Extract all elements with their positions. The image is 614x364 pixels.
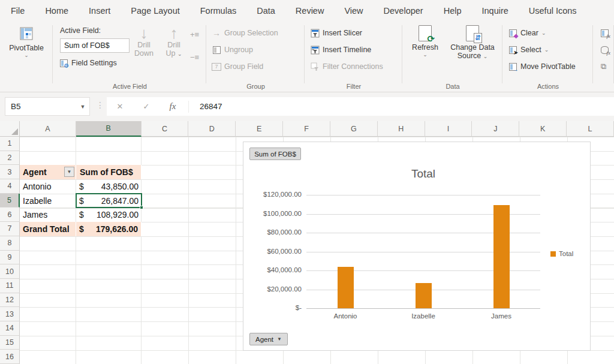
tab-review[interactable]: Review <box>296 6 324 16</box>
select-icon: ➤ <box>508 45 517 55</box>
column-header-H[interactable]: H <box>378 121 425 137</box>
collapse-field-icon: −≡ <box>190 53 199 62</box>
row-header-5[interactable]: 5 <box>0 194 20 208</box>
change-data-source-button[interactable]: ⇵ Change Data Source ⌄ <box>446 25 499 60</box>
clear-button[interactable]: ◆ Clear⌄ <box>508 26 546 40</box>
row-header-8[interactable]: 8 <box>0 236 20 251</box>
column-header-F[interactable]: F <box>283 121 330 137</box>
refresh-button[interactable]: ⟳ Refresh ⌄ <box>407 25 444 58</box>
column-header-K[interactable]: K <box>519 121 567 137</box>
ungroup-button: Ungroup <box>212 43 253 56</box>
pivot-header-value[interactable]: Sum of FOB$ <box>76 165 142 179</box>
pivot-grand-total-label[interactable]: Grand Total <box>20 222 76 236</box>
bar-james[interactable] <box>493 205 510 308</box>
tab-view[interactable]: View <box>344 6 363 16</box>
column-header-L[interactable]: L <box>567 121 614 137</box>
row-header-12[interactable]: 12 <box>0 293 20 308</box>
row-header-16[interactable]: 16 <box>0 350 20 364</box>
ribbon: PivotTable ⌄ . Active Field: Sum of FOB$… <box>0 22 614 92</box>
x-axis-category-label: Antonio <box>306 312 384 320</box>
pivot-grand-total-value[interactable]: $179,626.00 <box>76 222 142 236</box>
field-settings-icon: ⚙ <box>59 58 68 68</box>
move-pivottable-button[interactable]: → Move PivotTable <box>508 60 576 73</box>
row-headers: 12345678910111213141516 <box>0 137 20 364</box>
active-field-input[interactable]: Sum of FOB$ <box>60 38 130 53</box>
column-header-G[interactable]: G <box>330 121 378 137</box>
tab-developer[interactable]: Developer <box>384 6 423 16</box>
bar-antonio[interactable] <box>338 267 354 308</box>
pivot-header-agent[interactable]: Agent ▼ <box>20 165 76 179</box>
insert-slicer-button[interactable]: Insert Slicer <box>310 26 362 40</box>
chart-legend[interactable]: Total <box>550 250 573 257</box>
ribbon-group-actions: ◆ Clear⌄ ➤ Select⌄ → Move PivotTable Act… <box>503 22 593 92</box>
chevron-down-icon[interactable]: ▼ <box>76 104 89 110</box>
row-header-4[interactable]: 4 <box>0 179 20 194</box>
gridline <box>236 137 236 364</box>
tab-inquire[interactable]: Inquire <box>481 6 508 16</box>
group-label-filter: Filter <box>305 83 402 90</box>
chart-axis-field-button[interactable]: Agent ▼ <box>249 333 288 345</box>
insert-timeline-button[interactable]: Insert Timeline <box>310 43 371 56</box>
drill-down-icon: ↓ <box>130 25 158 41</box>
pivot-row-value[interactable]: $43,850.00 <box>76 179 142 194</box>
pivot-row-label[interactable]: Antonio <box>20 179 76 194</box>
y-axis-tick-label: $100,000.00 <box>243 210 302 217</box>
tab-file[interactable]: File <box>11 6 25 16</box>
ribbon-group-filter: Insert Slicer Insert Timeline Filter Con… <box>305 22 402 92</box>
y-axis-tick-label: $20,000.00 <box>243 285 302 293</box>
row-header-1[interactable]: 1 <box>0 137 20 151</box>
tab-page-layout[interactable]: Page Layout <box>131 6 179 16</box>
column-header-C[interactable]: C <box>142 121 189 137</box>
cancel-button[interactable]: ✕ <box>107 102 133 111</box>
tab-data[interactable]: Data <box>257 6 275 16</box>
tab-help[interactable]: Help <box>444 6 462 16</box>
column-header-A[interactable]: A <box>20 121 76 137</box>
column-header-E[interactable]: E <box>236 121 283 137</box>
formula-input[interactable]: 26847 <box>191 102 222 111</box>
column-header-B[interactable]: B <box>76 121 142 137</box>
fill-handle[interactable] <box>140 206 143 209</box>
ribbon-group-data: ⟳ Refresh ⌄ ⇵ Change Data Source ⌄ Data <box>403 22 502 92</box>
y-axis-tick-label: $40,000.00 <box>243 266 302 273</box>
pivottable-button[interactable]: PivotTable ⌄ <box>0 25 53 58</box>
name-box[interactable]: B5 ▼ <box>5 97 90 116</box>
row-header-15[interactable]: 15 <box>0 336 20 350</box>
column-header-J[interactable]: J <box>472 121 519 137</box>
row-header-2[interactable]: 2 <box>0 151 20 166</box>
row-header-6[interactable]: 6 <box>0 207 20 222</box>
ribbon-tab-bar: FileHomeInsertPage LayoutFormulasDataRev… <box>0 0 614 22</box>
column-headers: ABCDEFGHIJKL <box>0 121 614 137</box>
row-header-9[interactable]: 9 <box>0 251 20 265</box>
enter-button[interactable]: ✓ <box>133 102 159 111</box>
filter-dropdown-button[interactable]: ▼ <box>64 167 74 177</box>
row-header-13[interactable]: 13 <box>0 307 20 321</box>
bar-izabelle[interactable] <box>416 283 432 308</box>
row-header-3[interactable]: 3 <box>0 165 20 179</box>
pivot-row-label[interactable]: James <box>20 208 76 222</box>
pivot-row-value[interactable]: $108,929.00 <box>76 208 142 222</box>
row-header-10[interactable]: 10 <box>0 264 20 279</box>
chart-value-field-button[interactable]: Sum of FOB$ <box>249 148 301 160</box>
insert-function-button[interactable]: fx <box>159 101 186 112</box>
field-settings-button[interactable]: ⚙ Field Settings <box>59 56 117 70</box>
ungroup-icon <box>212 45 221 55</box>
row-header-7[interactable]: 7 <box>0 222 20 236</box>
chart-title[interactable]: Total <box>306 167 540 181</box>
column-header-I[interactable]: I <box>425 121 472 137</box>
tab-useful-icons[interactable]: Useful Icons <box>529 6 577 16</box>
x-axis-category-label: James <box>462 312 540 320</box>
column-header-D[interactable]: D <box>188 121 236 137</box>
pivot-row-label[interactable]: Izabelle <box>20 194 76 208</box>
move-pivottable-icon: → <box>508 62 517 71</box>
chart-gridline <box>306 195 540 195</box>
row-header-14[interactable]: 14 <box>0 321 20 336</box>
select-button[interactable]: ➤ Select⌄ <box>508 43 549 56</box>
select-all-button[interactable] <box>0 121 20 137</box>
y-axis-tick-label: $80,000.00 <box>243 228 302 236</box>
chevron-down-icon: ⌄ <box>0 52 53 58</box>
tab-formulas[interactable]: Formulas <box>200 6 236 16</box>
pivot-chart[interactable]: Sum of FOB$ Total Total Agent ▼ $120,000… <box>243 142 591 351</box>
row-header-11[interactable]: 11 <box>0 279 20 293</box>
tab-insert[interactable]: Insert <box>89 6 110 16</box>
tab-home[interactable]: Home <box>45 6 68 16</box>
